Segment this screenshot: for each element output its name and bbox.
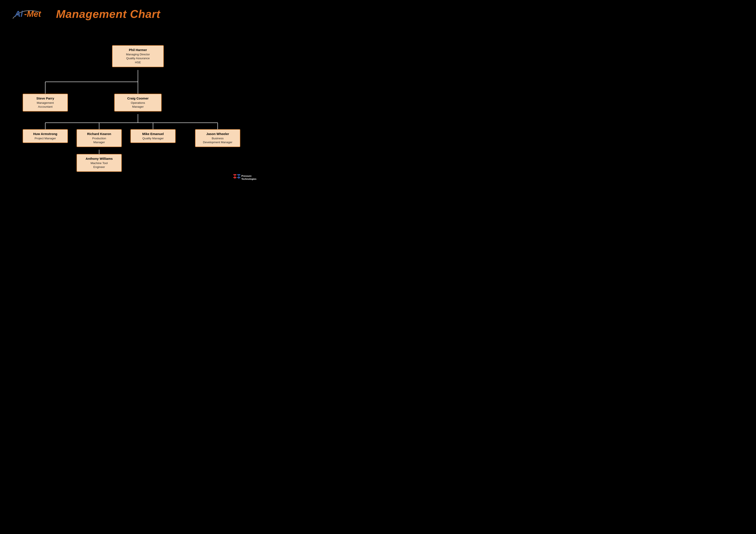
node-craig-coomer: Craig Coomer Operations Manager bbox=[114, 94, 162, 112]
node-richard-kearon: Richard Kearon Production Manager bbox=[76, 129, 122, 147]
org-chart: Phil Harmer Managing Director Quality As… bbox=[9, 30, 250, 164]
svg-rect-17 bbox=[234, 174, 235, 179]
page-title: Management Chart bbox=[56, 8, 160, 20]
node-mike-emanuel: Mike Emanuel Quality Manager bbox=[130, 129, 176, 143]
node-jason-wheeler: Jason Wheeler Business Development Manag… bbox=[195, 129, 240, 147]
svg-text:Ai: Ai bbox=[14, 10, 23, 18]
svg-rect-18 bbox=[238, 174, 239, 179]
node-anthony-williams: Anthony Williams Machine Tool Engineer bbox=[76, 154, 122, 172]
company-logo: Ai -Met bbox=[9, 7, 43, 21]
node-steve-parry: Steve Parry Management Accountant bbox=[23, 94, 68, 112]
node-phil-harmer: Phil Harmer Managing Director Quality As… bbox=[112, 45, 164, 67]
node-huw-armstrong: Huw Armstrong Project Manager bbox=[23, 129, 68, 143]
pt-logo-icon bbox=[233, 174, 240, 181]
pressure-technologies-logo: Pressure Technologies bbox=[233, 174, 256, 181]
pt-logo-text: Pressure Technologies bbox=[241, 174, 256, 181]
svg-text:-Met: -Met bbox=[24, 10, 41, 18]
